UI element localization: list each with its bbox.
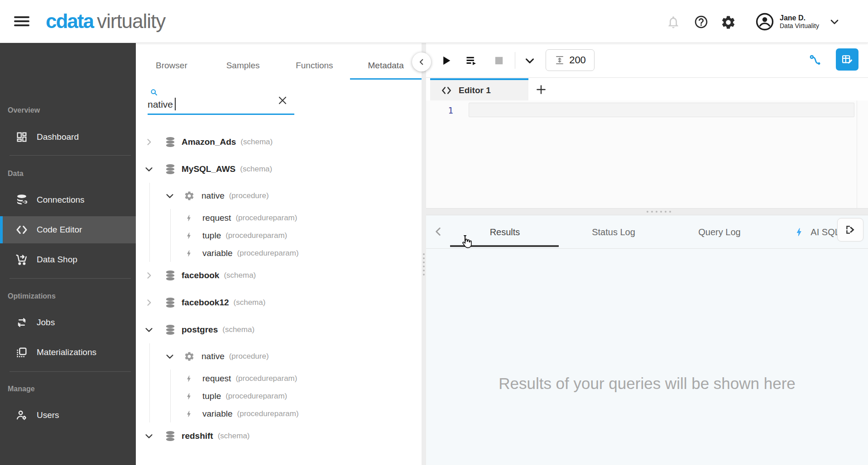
chevron-down-icon[interactable]: [144, 431, 154, 441]
tab-query-log[interactable]: Query Log: [698, 215, 740, 249]
chevron-down-icon[interactable]: [144, 324, 154, 335]
play-icon: [440, 54, 452, 67]
tree-item-procedure[interactable]: native (procedure): [150, 183, 422, 209]
param-bolt-icon: [184, 231, 193, 240]
toolbar-separator: [515, 52, 515, 69]
tree-item-schema[interactable]: MySQL_AWS (schema): [136, 156, 422, 183]
avatar-icon: [755, 12, 774, 31]
tree-item-name: Amazon_Ads: [182, 137, 236, 147]
users-icon: [15, 408, 29, 422]
tree-item-type: (procedureparam): [225, 392, 287, 401]
drag-handle-icon: [423, 253, 425, 278]
tree-item-name: native: [201, 191, 225, 201]
search-input[interactable]: [148, 97, 270, 112]
sidebar-item-code-editor[interactable]: Code Editor: [0, 216, 136, 243]
sidebar-item-label: Data Shop: [37, 255, 77, 265]
sidebar-item-label: Users: [37, 410, 59, 420]
user-texts: Jane D. Data Virtuality: [780, 14, 819, 30]
chevron-right-icon[interactable]: [144, 297, 154, 308]
chevron-down-icon[interactable]: [144, 164, 154, 175]
chevron-right-icon[interactable]: [144, 270, 154, 281]
tab-results[interactable]: Results: [490, 215, 520, 249]
code-editor-body[interactable]: 1: [426, 100, 868, 208]
clear-search-button[interactable]: [277, 95, 288, 106]
user-menu[interactable]: Jane D. Data Virtuality: [755, 11, 840, 33]
tab-functions[interactable]: Functions: [279, 43, 350, 80]
settings-button[interactable]: [720, 14, 736, 31]
close-icon: [277, 95, 288, 106]
code-line-current[interactable]: [469, 103, 854, 117]
tree-item-type: (procedureparam): [237, 249, 299, 258]
tab-browser[interactable]: Browser: [136, 43, 207, 80]
search-icon: [150, 89, 158, 96]
logo-virtuality-text: virtuality: [97, 10, 165, 32]
tree-item-type: (procedureparam): [225, 231, 287, 240]
tree-item-name: tuple: [202, 231, 221, 241]
hand-cursor-icon: [458, 233, 474, 250]
chevron-down-icon[interactable]: [164, 190, 175, 201]
tree-item-schema[interactable]: Amazon_Ads (schema): [136, 128, 422, 156]
ai-bolt-icon: [794, 227, 804, 237]
chevron-down-icon[interactable]: [164, 351, 175, 362]
stop-button[interactable]: [489, 51, 509, 71]
tree-item-schema[interactable]: facebook (schema): [136, 262, 422, 289]
app-root: cdatavirtuality Jane D. Data Virtuality …: [0, 0, 868, 465]
add-editor-tab-button[interactable]: [534, 82, 548, 97]
help-button[interactable]: [693, 14, 709, 31]
lineage-button[interactable]: [806, 51, 825, 71]
tree-item-param[interactable]: variable (procedureparam): [171, 244, 422, 262]
sidebar-item-materializations[interactable]: Materializations: [0, 339, 136, 366]
tree-item-name: redshift: [182, 431, 213, 441]
panel-divider[interactable]: [422, 43, 426, 465]
run-options-chevron-button[interactable]: [520, 51, 540, 71]
tree-item-param[interactable]: variable (procedureparam): [171, 405, 422, 422]
scroll-tabs-left-button[interactable]: [432, 225, 445, 239]
notifications-button[interactable]: [665, 14, 681, 31]
sidebar-item-connections[interactable]: Connections: [0, 186, 136, 214]
database-icon: [164, 270, 176, 281]
collapse-panel-button[interactable]: [412, 52, 431, 71]
param-bolt-icon: [184, 214, 193, 223]
run-query-button[interactable]: [436, 51, 456, 71]
metadata-search: [148, 86, 294, 115]
tree-item-schema[interactable]: postgres (schema): [136, 316, 422, 343]
tree-item-type: (procedure): [229, 352, 269, 361]
materializations-icon: [15, 346, 29, 359]
sidebar-section-overview: Overview: [8, 106, 40, 114]
tree-item-procedure[interactable]: native (procedure): [150, 343, 422, 370]
run-script-button[interactable]: [461, 51, 481, 71]
tree-item-param[interactable]: request (procedureparam): [171, 370, 422, 387]
tree-item-schema[interactable]: redshift (schema): [136, 422, 422, 450]
tree-item-type: (procedure): [229, 191, 269, 200]
sidebar-item-data-shop[interactable]: Data Shop: [0, 246, 136, 273]
database-icon: [164, 324, 176, 336]
tree-item-type: (schema): [222, 325, 254, 334]
sidebar-divider: [10, 278, 131, 279]
sidebar-item-dashboard[interactable]: Dashboard: [0, 123, 136, 151]
plus-icon: [535, 84, 547, 95]
tree-item-name: request: [202, 374, 231, 384]
chevron-right-icon[interactable]: [144, 137, 154, 147]
tree-item-schema[interactable]: facebook12 (schema): [136, 289, 422, 316]
expand-results-button[interactable]: [837, 218, 863, 242]
sidebar-item-jobs[interactable]: Jobs: [0, 309, 136, 336]
tree-item-param[interactable]: tuple (procedureparam): [171, 387, 422, 405]
sidebar-section-data: Data: [8, 170, 24, 178]
procedure-gear-icon: [184, 190, 195, 201]
dashboard-icon: [15, 130, 29, 144]
results-placeholder-text: Results of your queries will be shown he…: [426, 375, 868, 393]
sidebar-item-users[interactable]: Users: [0, 402, 136, 429]
results-splitter[interactable]: [426, 208, 868, 215]
tab-samples[interactable]: Samples: [207, 43, 279, 80]
sidebar-item-label: Jobs: [37, 318, 55, 327]
row-limit-control[interactable]: 200: [546, 49, 595, 71]
chevron-left-icon: [432, 226, 444, 237]
tree-item-param[interactable]: tuple (procedureparam): [171, 227, 422, 244]
open-results-editor-button[interactable]: [836, 48, 858, 71]
param-bolt-icon: [184, 392, 193, 401]
hamburger-menu-button[interactable]: [14, 16, 29, 27]
tab-status-log[interactable]: Status Log: [592, 215, 635, 249]
tree-item-param[interactable]: request (procedureparam): [171, 209, 422, 227]
tab-metadata[interactable]: Metadata: [350, 43, 422, 80]
editor-tab-1[interactable]: Editor 1: [430, 78, 528, 100]
